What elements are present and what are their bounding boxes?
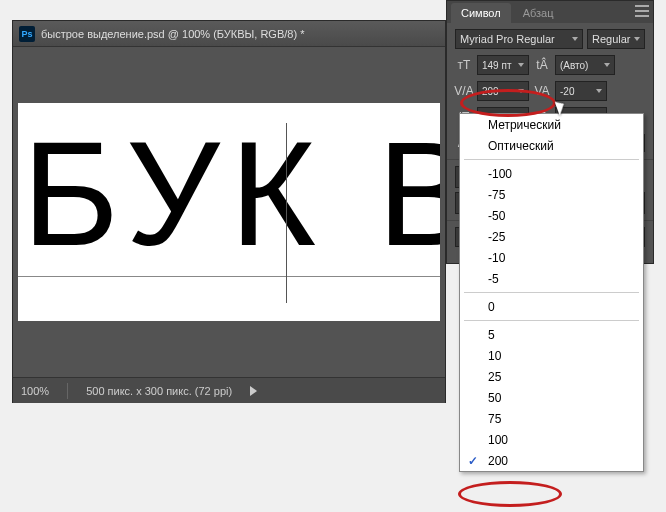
dropdown-item-label: 200 [488, 454, 508, 468]
dropdown-item[interactable]: -5 [460, 268, 643, 289]
font-family-select[interactable]: Myriad Pro Regular [455, 29, 583, 49]
chevron-down-icon [572, 37, 578, 41]
text-baseline [18, 276, 440, 277]
dropdown-item[interactable]: -25 [460, 226, 643, 247]
dropdown-item[interactable]: -75 [460, 184, 643, 205]
tracking-value: -20 [560, 86, 574, 97]
tracking-input[interactable]: -20 [555, 81, 607, 101]
document-titlebar[interactable]: Ps быстрое выделение.psd @ 100% (БУКВЫ, … [13, 21, 445, 47]
font-style-value: Regular [592, 33, 631, 45]
canvas-area: БУК ВЫ [13, 47, 445, 377]
tracking-icon: VA [533, 82, 551, 100]
text-cursor [286, 123, 287, 303]
document-window: Ps быстрое выделение.psd @ 100% (БУКВЫ, … [12, 20, 446, 403]
dropdown-item[interactable]: 10 [460, 345, 643, 366]
dropdown-item[interactable]: 75 [460, 408, 643, 429]
dropdown-item-optical[interactable]: Оптический [460, 135, 643, 156]
kerning-dropdown[interactable]: Метрический Оптический -100 -75 -50 -25 … [459, 113, 644, 472]
font-size-input[interactable]: 149 пт [477, 55, 529, 75]
dropdown-item[interactable]: -50 [460, 205, 643, 226]
chevron-down-icon [596, 89, 602, 93]
leading-value: (Авто) [560, 60, 588, 71]
check-icon: ✓ [468, 454, 478, 468]
doc-info[interactable]: 500 пикс. x 300 пикс. (72 ppi) [86, 385, 232, 397]
font-family-value: Myriad Pro Regular [460, 33, 555, 45]
dropdown-item[interactable]: 5 [460, 324, 643, 345]
chevron-down-icon [604, 63, 610, 67]
separator [464, 320, 639, 321]
statusbar: 100% 500 пикс. x 300 пикс. (72 ppi) [13, 377, 445, 403]
separator [464, 292, 639, 293]
panel-tabs: Символ Абзац [447, 1, 653, 23]
dropdown-item[interactable]: 50 [460, 387, 643, 408]
photoshop-icon: Ps [19, 26, 35, 42]
dropdown-item[interactable]: 100 [460, 429, 643, 450]
kerning-input[interactable]: 200 [477, 81, 529, 101]
document-title: быстрое выделение.psd @ 100% (БУКВЫ, RGB… [41, 28, 304, 40]
play-icon[interactable] [250, 386, 257, 396]
separator [67, 383, 68, 399]
chevron-down-icon [634, 37, 640, 41]
highlight-oval-dropdown-200 [458, 481, 562, 507]
chevron-down-icon [518, 89, 524, 93]
text-layer[interactable]: БУК ВЫ [22, 109, 440, 279]
font-style-select[interactable]: Regular [587, 29, 645, 49]
zoom-level[interactable]: 100% [21, 385, 49, 397]
tab-paragraph[interactable]: Абзац [513, 3, 564, 23]
font-size-icon: тT [455, 56, 473, 74]
dropdown-item-selected[interactable]: ✓ 200 [460, 450, 643, 471]
dropdown-item[interactable]: -10 [460, 247, 643, 268]
font-size-value: 149 пт [482, 60, 511, 71]
chevron-down-icon [518, 63, 524, 67]
canvas[interactable]: БУК ВЫ [18, 103, 440, 321]
tab-character[interactable]: Символ [451, 3, 511, 23]
dropdown-item[interactable]: -100 [460, 163, 643, 184]
kerning-icon: V/A [455, 82, 473, 100]
dropdown-item-metrics[interactable]: Метрический [460, 114, 643, 135]
dropdown-item[interactable]: 25 [460, 366, 643, 387]
leading-input[interactable]: (Авто) [555, 55, 615, 75]
dropdown-item[interactable]: 0 [460, 296, 643, 317]
panel-menu-icon[interactable] [635, 5, 649, 17]
separator [464, 159, 639, 160]
kerning-value: 200 [482, 86, 499, 97]
leading-icon: tÂ [533, 56, 551, 74]
